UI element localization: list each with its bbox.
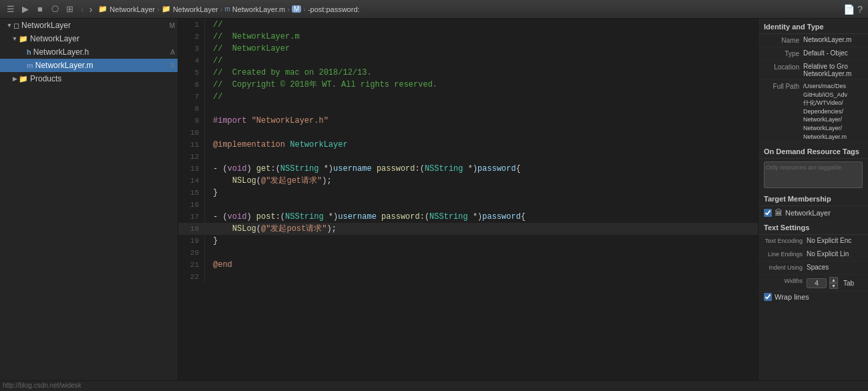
location-sub: NetworkLayer.m — [803, 70, 864, 77]
grid-icon[interactable]: ⊞ — [64, 4, 75, 15]
line-content-17: - (void) post:(NSString *)username passw… — [205, 211, 525, 223]
target-checkbox[interactable] — [764, 209, 772, 217]
tab-label: Tab — [843, 280, 854, 287]
breadcrumb-sep4: › — [303, 5, 306, 13]
code-line-14: 14 NSLog(@"发起get请求"); — [178, 175, 758, 187]
line-content-14: NSLog(@"发起get请求"); — [205, 175, 332, 187]
status-url: http://blog.csdn.net/widesk — [3, 382, 81, 389]
widths-decrement-button[interactable]: ▼ — [829, 283, 838, 289]
breadcrumb-folder2[interactable]: NetworkLayer — [173, 5, 218, 13]
line-num-14: 14 — [178, 175, 205, 187]
line-content-16 — [205, 199, 218, 211]
nav-back-button[interactable]: ‹ — [79, 5, 86, 14]
status-bar: http://blog.csdn.net/widesk — [0, 380, 868, 391]
sidebar-toggle-icon[interactable]: ☰ — [5, 4, 16, 15]
location-value: Relative to Gro — [803, 63, 864, 70]
nav-buttons: ‹ › — [79, 5, 94, 14]
breadcrumb-file[interactable]: NetworkLayer.m — [232, 5, 285, 13]
m-file-badge: A — [170, 62, 175, 69]
code-line-5: 5 // Created by mac on 2018/12/13. — [178, 67, 758, 79]
code-editor[interactable]: 1 // 2 // NetworkLayer.m 3 // NetworkLay… — [178, 19, 758, 391]
code-line-21: 21 @end — [178, 259, 758, 271]
line-num-2: 2 — [178, 31, 205, 43]
line-num-20: 20 — [178, 247, 205, 259]
wrap-lines-checkbox[interactable] — [764, 293, 772, 301]
code-line-19: 19 } — [178, 235, 758, 247]
line-num-9: 9 — [178, 115, 205, 127]
root-group-label: NetworkLayer — [21, 21, 170, 30]
h-file-badge: A — [170, 49, 175, 56]
products-label: Products — [30, 74, 175, 83]
code-line-3: 3 // NetworkLayer — [178, 43, 758, 55]
line-num-10: 10 — [178, 127, 205, 139]
target-building-icon: 🏛 — [775, 208, 783, 218]
line-num-6: 6 — [178, 79, 205, 91]
sidebar-item-root-group[interactable]: ▼ ◻ NetworkLayer M — [0, 19, 178, 32]
line-content-7: // — [205, 91, 222, 103]
m-file-label: NetworkLayer.m — [35, 61, 171, 70]
line-num-5: 5 — [178, 67, 205, 79]
name-value: NetworkLayer.m — [803, 36, 864, 43]
right-panel: Identity and Type Name NetworkLayer.m Ty… — [758, 19, 868, 391]
doc-icon[interactable]: 📄 — [843, 4, 855, 15]
type-row: Type Default - Objec — [758, 47, 868, 61]
sidebar-item-networklayer-folder[interactable]: ▼ 📁 NetworkLayer — [0, 32, 178, 45]
scheme-icon[interactable]: ⎔ — [49, 4, 60, 15]
sidebar-item-networklayer-h[interactable]: h NetworkLayer.h A — [0, 45, 178, 59]
line-num-18: 18 — [178, 223, 205, 235]
m-file-icon: m — [27, 61, 33, 69]
line-content-4: // — [205, 55, 222, 67]
text-encoding-value: No Explicit Enc — [807, 237, 864, 244]
sidebar-item-products[interactable]: ▶ 📁 Products — [0, 72, 178, 85]
h-file-icon: h — [27, 48, 31, 56]
line-num-19: 19 — [178, 235, 205, 247]
h-file-label: NetworkLayer.h — [33, 47, 171, 57]
code-line-17: 17 - (void) post:(NSString *)username pa… — [178, 211, 758, 223]
code-line-15: 15 } — [178, 187, 758, 199]
location-label: Location — [763, 63, 799, 71]
code-line-11: 11 @implementation NetworkLayer — [178, 139, 758, 151]
line-content-11: @implementation NetworkLayer — [205, 139, 348, 151]
root-group-icon: ◻ — [13, 21, 19, 30]
line-content-10 — [205, 127, 218, 139]
tags-area[interactable]: Only resources are taggable. — [764, 161, 863, 188]
indent-label: Indent Using — [763, 264, 803, 271]
name-row: Name NetworkLayer.m — [758, 34, 868, 47]
code-line-10: 10 — [178, 127, 758, 139]
text-settings-section-title: Text Settings — [758, 220, 868, 235]
widths-label: Widths — [763, 277, 803, 284]
line-content-20 — [205, 247, 218, 259]
wrap-lines-row: Wrap lines — [758, 292, 868, 302]
code-line-22: 22 — [178, 271, 758, 283]
toolbar: ☰ ▶ ■ ⎔ ⊞ ‹ › 📁 NetworkLayer › 📁 Network… — [0, 0, 868, 19]
line-num-3: 3 — [178, 43, 205, 55]
run-icon[interactable]: ▶ — [20, 4, 31, 15]
breadcrumb-folder2-icon: 📁 — [162, 5, 171, 13]
code-line-16: 16 — [178, 199, 758, 211]
folder-icon: 📁 — [19, 35, 28, 43]
code-line-2: 2 // NetworkLayer.m — [178, 31, 758, 43]
tags-placeholder: Only resources are taggable. — [766, 164, 843, 171]
root-group-badge: M — [170, 22, 175, 29]
widths-stepper: ▲ ▼ Tab — [807, 277, 854, 289]
fullpath-label: Full Path — [763, 82, 799, 141]
fullpath-value: /Users/mac/DesGitHub/iOS_Adv什化/WTVideo/D… — [803, 82, 864, 141]
nav-forward-button[interactable]: › — [87, 5, 95, 14]
stop-icon[interactable]: ■ — [35, 4, 45, 15]
sidebar-item-networklayer-m[interactable]: m NetworkLayer.m A — [0, 59, 178, 72]
line-endings-value: No Explicit Lin — [807, 250, 864, 258]
line-content-6: // Copyright © 2018年 WT. All rights rese… — [205, 79, 437, 91]
indent-row: Indent Using Spaces — [758, 262, 868, 275]
breadcrumb-folder1[interactable]: NetworkLayer — [110, 5, 155, 13]
widths-row: Widths ▲ ▼ Tab — [758, 275, 868, 292]
code-line-13: 13 - (void) get:(NSString *)username pas… — [178, 163, 758, 175]
location-row: Location Relative to Gro NetworkLayer.m — [758, 61, 868, 80]
target-membership-row: 🏛 NetworkLayer — [758, 206, 868, 220]
widths-input[interactable] — [807, 278, 827, 288]
line-content-22 — [205, 271, 218, 283]
breadcrumb-method[interactable]: -post:password: — [308, 5, 360, 13]
help-icon[interactable]: ? — [857, 4, 863, 15]
code-line-7: 7 // — [178, 91, 758, 103]
products-arrow: ▶ — [11, 75, 19, 82]
widths-increment-button[interactable]: ▲ — [829, 277, 838, 283]
